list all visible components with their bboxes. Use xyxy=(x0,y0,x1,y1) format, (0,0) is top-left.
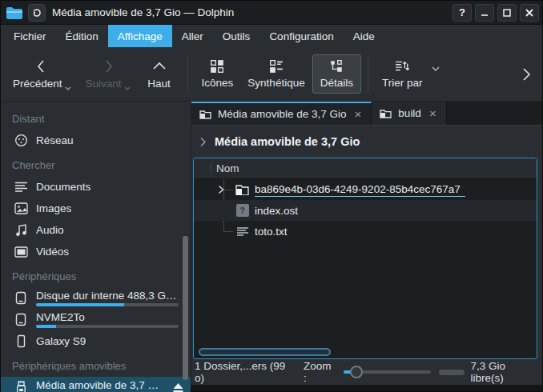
expander-icon[interactable] xyxy=(218,185,224,194)
tab-close-icon[interactable]: × xyxy=(428,107,438,119)
minimize-button[interactable] xyxy=(475,4,494,22)
hard-drive-icon xyxy=(14,313,28,326)
sidebar-item-documents[interactable]: Documents xyxy=(1,176,191,198)
menu-fichier[interactable]: Fichier xyxy=(4,25,56,47)
file-row-folder[interactable]: ba869e4b-03d6-4249-9202-85b4cec767a7 xyxy=(194,179,537,200)
folder-icon xyxy=(380,109,392,118)
chevron-right-icon xyxy=(199,137,207,147)
toolbar-overflow-icon[interactable] xyxy=(521,67,531,82)
close-icon xyxy=(525,9,533,17)
menu-edition[interactable]: Édition xyxy=(56,25,108,47)
toolbar: Précédent Suivant Haut Icônes xyxy=(1,47,542,102)
unknown-file-icon: ? xyxy=(235,204,249,217)
help-button[interactable]: ? xyxy=(452,4,472,22)
menu-outils[interactable]: Outils xyxy=(213,25,260,47)
compact-view-icon xyxy=(269,59,284,74)
forward-button[interactable]: Suivant xyxy=(78,54,138,94)
chevron-down-icon[interactable] xyxy=(431,66,440,72)
titlebar[interactable]: Média amovible de 3,7 Gio — Dolphin ? xyxy=(1,1,542,25)
file-name[interactable]: toto.txt xyxy=(255,226,288,238)
network-icon xyxy=(14,134,28,147)
chevron-up-icon xyxy=(151,58,167,74)
free-space-bar xyxy=(439,370,465,375)
maximize-button[interactable] xyxy=(497,4,517,22)
menu-affichage[interactable]: Affichage xyxy=(108,25,172,47)
items-summary: 1 Dossier,...ers (99 o) xyxy=(195,360,292,384)
icons-view-button[interactable]: Icônes xyxy=(195,55,241,93)
sidebar-item-audio[interactable]: Audio xyxy=(1,219,191,241)
eject-icon xyxy=(172,382,184,392)
section-peripheriques-amovibles: Périphériques amovibles xyxy=(1,352,191,377)
sort-icon xyxy=(395,59,409,74)
tab-bar: Média amovible de 3,7 Gio × build × xyxy=(191,102,542,126)
chevron-down-icon xyxy=(124,86,131,91)
window-title: Média amovible de 3,7 Gio — Dolphin xyxy=(52,6,452,18)
folder-icon xyxy=(235,184,249,195)
file-name[interactable]: index.ost xyxy=(255,205,298,217)
tab-media-amovible[interactable]: Média amovible de 3,7 Gio × xyxy=(191,102,372,125)
sidebar-item-images[interactable]: Images xyxy=(1,198,191,219)
horizontal-scrollbar[interactable] xyxy=(197,348,533,356)
disk-usage-bar xyxy=(36,325,179,328)
breadcrumb[interactable]: Média amovible de 3,7 Gio xyxy=(191,126,542,158)
toolbar-separator xyxy=(368,56,368,93)
header-divider xyxy=(211,162,211,175)
zoom-slider[interactable] xyxy=(344,366,431,378)
maximize-icon xyxy=(503,9,511,17)
folder-icon xyxy=(199,110,211,119)
scrollbar-handle[interactable] xyxy=(199,348,331,356)
smartphone-icon xyxy=(14,334,28,348)
tab-close-icon[interactable]: × xyxy=(353,108,364,120)
places-panel: Distant Réseau Chercher Documents Images xyxy=(1,102,191,385)
usb-stick-icon xyxy=(14,381,28,392)
dolphin-app-icon xyxy=(6,6,23,20)
sort-by-button[interactable]: Trier par xyxy=(375,55,430,93)
toolbar-separator xyxy=(187,56,188,93)
column-header[interactable]: Nom xyxy=(194,158,537,179)
up-button[interactable]: Haut xyxy=(138,54,181,94)
back-button[interactable]: Précédent xyxy=(6,54,78,94)
tab-build[interactable]: build × xyxy=(372,102,446,125)
sidebar-item-media-amovible[interactable]: Média amovible de 3,7 … xyxy=(1,377,191,392)
sidebar-item-videos[interactable]: Vidéos xyxy=(1,241,191,262)
lens-icon xyxy=(32,8,42,18)
menu-aide[interactable]: Aide xyxy=(344,25,384,47)
chevron-left-icon xyxy=(34,58,50,74)
file-name[interactable]: ba869e4b-03d6-4249-9202-85b4cec767a7 xyxy=(255,183,465,197)
details-view-icon xyxy=(329,59,344,74)
sidebar-item-galaxy-s9[interactable]: Galaxy S9 xyxy=(1,330,191,352)
breadcrumb-location[interactable]: Média amovible de 3,7 Gio xyxy=(215,135,360,148)
details-view-button[interactable]: Détails xyxy=(312,54,361,94)
section-chercher: Chercher xyxy=(1,151,191,176)
close-button[interactable] xyxy=(520,4,539,22)
file-row-toto-txt[interactable]: toto.txt xyxy=(194,221,537,242)
hard-drive-icon xyxy=(14,291,28,305)
icons-view-icon xyxy=(210,59,224,74)
disk-usage-bar xyxy=(36,303,179,306)
film-icon xyxy=(14,246,28,258)
menu-configuration[interactable]: Configuration xyxy=(259,25,343,47)
sidebar-item-nvme2to[interactable]: NVME2To xyxy=(1,309,191,330)
chevron-down-icon xyxy=(65,86,71,91)
zoom-slider-handle[interactable] xyxy=(350,366,363,378)
menu-aller[interactable]: Aller xyxy=(172,25,213,47)
zoom-label: Zoom : xyxy=(304,360,336,384)
file-row-index-ost[interactable]: ? index.ost xyxy=(194,200,537,221)
window-menu-button[interactable] xyxy=(28,4,46,22)
chevron-right-icon xyxy=(100,58,116,74)
sidebar-item-disque-interne[interactable]: Disque dur interne 488,3 G… xyxy=(1,287,191,309)
eject-button[interactable] xyxy=(172,382,184,392)
file-view[interactable]: Nom ba869e4b-03d6-4249-9202-85b4cec767a7 xyxy=(193,158,537,359)
menubar: Fichier Édition Affichage Aller Outils C… xyxy=(1,25,542,47)
sidebar-scrollbar[interactable] xyxy=(183,236,188,380)
document-lines-icon xyxy=(14,181,28,193)
statusbar: 1 Dossier,...ers (99 o) Zoom : 7,3 Gio l… xyxy=(191,359,542,385)
column-nom[interactable]: Nom xyxy=(194,162,239,174)
sidebar-item-reseau[interactable]: Réseau xyxy=(1,130,191,151)
music-note-icon xyxy=(14,224,28,237)
section-distant: Distant xyxy=(1,105,191,130)
section-peripheriques: Périphériques xyxy=(1,262,191,287)
minimize-icon xyxy=(481,9,489,17)
compact-view-button[interactable]: Synthétique xyxy=(240,55,312,93)
dolphin-window: Média amovible de 3,7 Gio — Dolphin ? Fi… xyxy=(0,0,543,392)
